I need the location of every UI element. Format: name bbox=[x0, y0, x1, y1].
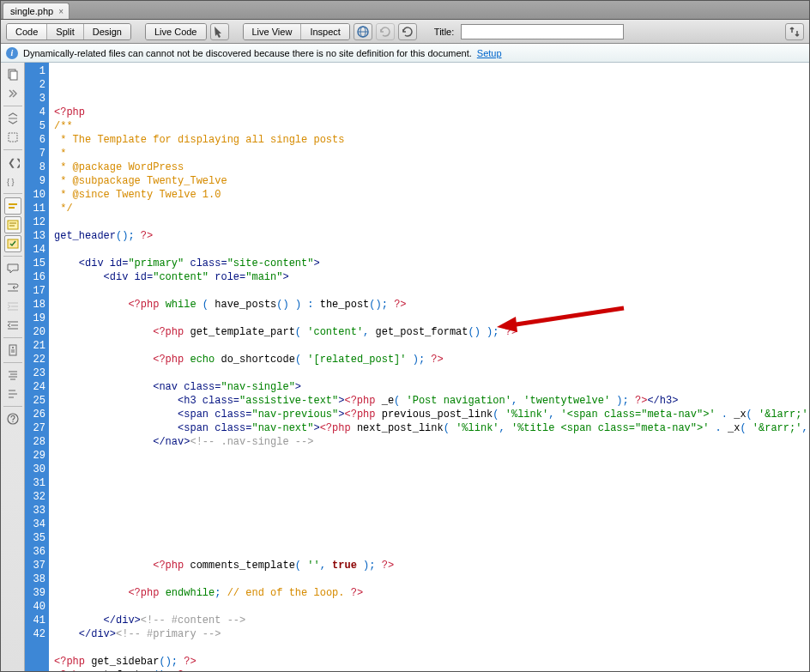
code-line[interactable]: <h3 class="assistive-text"><?php _e( 'Po… bbox=[54, 394, 809, 408]
code-line[interactable] bbox=[54, 284, 809, 298]
title-input[interactable] bbox=[461, 24, 624, 39]
code-line[interactable] bbox=[54, 463, 809, 476]
preferences-icon[interactable] bbox=[4, 385, 21, 403]
code-line[interactable]: </div><!-- #primary --> bbox=[54, 627, 809, 641]
svg-rect-10 bbox=[8, 221, 18, 229]
design-view-button[interactable]: Design bbox=[84, 24, 130, 39]
code-line[interactable] bbox=[54, 366, 809, 380]
live-view-button[interactable]: Live View bbox=[244, 24, 302, 39]
highlight-icon[interactable] bbox=[4, 197, 21, 215]
code-line[interactable]: * The Template for displaying all single… bbox=[54, 133, 809, 147]
code-line[interactable]: <div id="primary" class="site-content"> bbox=[54, 257, 809, 270]
globe-icon[interactable] bbox=[354, 23, 372, 40]
code-line[interactable]: <?php while ( have_posts() ) : the_post(… bbox=[54, 298, 809, 312]
inspect-icon-button[interactable] bbox=[210, 23, 229, 40]
line-number: 3 bbox=[25, 92, 45, 106]
code-line[interactable]: * @since Twenty Twelve 1.0 bbox=[54, 188, 809, 202]
help-icon[interactable] bbox=[4, 410, 21, 427]
code-line[interactable]: <?php get_sidebar(); ?> bbox=[54, 655, 809, 669]
code-line[interactable]: * @subpackage Twenty_Twelve bbox=[54, 174, 809, 188]
code-line[interactable]: <span class="nav-previous"><?php previou… bbox=[54, 408, 809, 421]
expand-all-icon[interactable] bbox=[4, 110, 21, 127]
balance-braces-icon[interactable]: ❮❯ bbox=[4, 154, 21, 171]
wrap-icon[interactable] bbox=[4, 279, 21, 296]
code-line[interactable]: <?php get_footer(); ?> bbox=[54, 669, 809, 671]
open-documents-icon[interactable] bbox=[4, 66, 21, 83]
code-line[interactable]: </nav><!-- .nav-single --> bbox=[54, 435, 809, 449]
code-line[interactable] bbox=[54, 531, 809, 545]
code-line[interactable] bbox=[54, 243, 809, 257]
line-number: 37 bbox=[25, 559, 45, 572]
code-view-button[interactable]: Code bbox=[7, 24, 47, 39]
refresh-button-2[interactable] bbox=[398, 23, 417, 40]
line-number: 36 bbox=[25, 545, 45, 559]
collapse-icon[interactable] bbox=[4, 85, 21, 102]
line-number: 31 bbox=[25, 476, 45, 490]
indent-icon[interactable] bbox=[4, 298, 21, 315]
code-line[interactable] bbox=[54, 476, 809, 490]
syntax-error-icon[interactable] bbox=[4, 216, 21, 233]
line-number: 32 bbox=[25, 490, 45, 504]
validate-icon[interactable] bbox=[4, 235, 21, 252]
inspect-button[interactable]: Inspect bbox=[301, 24, 348, 39]
line-number: 18 bbox=[25, 298, 45, 312]
format-icon[interactable] bbox=[4, 366, 21, 384]
code-line[interactable]: <?php get_template_part( 'content', get_… bbox=[54, 325, 809, 339]
code-line[interactable] bbox=[54, 339, 809, 353]
line-number: 11 bbox=[25, 202, 45, 215]
line-number: 21 bbox=[25, 339, 45, 353]
setup-link[interactable]: Setup bbox=[477, 48, 502, 58]
code-line[interactable] bbox=[54, 600, 809, 614]
line-number: 15 bbox=[25, 257, 45, 270]
split-view-button[interactable]: Split bbox=[47, 24, 83, 39]
line-numbers-icon[interactable]: { } bbox=[4, 173, 21, 190]
code-line[interactable] bbox=[54, 449, 809, 463]
line-number: 5 bbox=[25, 119, 45, 133]
code-pane[interactable]: <?php/** * The Template for displaying a… bbox=[49, 63, 809, 671]
line-number: 41 bbox=[25, 614, 45, 627]
line-number: 39 bbox=[25, 586, 45, 600]
code-line[interactable]: <?php comments_template( '', true ); ?> bbox=[54, 559, 809, 572]
line-number: 29 bbox=[25, 449, 45, 463]
line-number: 40 bbox=[25, 600, 45, 614]
code-line[interactable]: <?php bbox=[54, 106, 809, 119]
code-line[interactable] bbox=[54, 490, 809, 504]
code-line[interactable]: * bbox=[54, 147, 809, 160]
comment-icon[interactable] bbox=[4, 260, 21, 277]
line-number: 38 bbox=[25, 572, 45, 586]
code-line[interactable] bbox=[54, 641, 809, 655]
code-line[interactable]: <?php endwhile; // end of the loop. ?> bbox=[54, 586, 809, 600]
sync-icon[interactable] bbox=[785, 23, 804, 40]
code-line[interactable]: /** bbox=[54, 119, 809, 133]
line-number: 30 bbox=[25, 463, 45, 476]
code-line[interactable]: <div id="content" role="main"> bbox=[54, 270, 809, 284]
line-number: 12 bbox=[25, 215, 45, 229]
select-parent-icon[interactable] bbox=[4, 129, 21, 146]
code-line[interactable] bbox=[54, 504, 809, 518]
line-number-gutter: 1234567891011121314151617181920212223242… bbox=[25, 63, 49, 671]
code-line[interactable] bbox=[54, 518, 809, 531]
code-line[interactable]: * @package WordPress bbox=[54, 160, 809, 174]
refresh-button-1[interactable] bbox=[376, 23, 395, 40]
code-line[interactable]: <nav class="nav-single"> bbox=[54, 380, 809, 394]
svg-point-15 bbox=[12, 347, 14, 348]
file-tab-bar: single.php × bbox=[1, 1, 809, 20]
code-line[interactable] bbox=[54, 215, 809, 229]
code-line[interactable]: */ bbox=[54, 202, 809, 215]
code-line[interactable]: get_header(); ?> bbox=[54, 229, 809, 243]
line-number: 19 bbox=[25, 312, 45, 325]
code-line[interactable] bbox=[54, 312, 809, 325]
svg-rect-8 bbox=[9, 203, 17, 205]
code-line[interactable] bbox=[54, 572, 809, 586]
code-line[interactable]: <?php echo do_shortcode( '[related_post]… bbox=[54, 353, 809, 366]
line-number: 27 bbox=[25, 421, 45, 435]
code-line[interactable] bbox=[54, 545, 809, 559]
file-tab[interactable]: single.php × bbox=[3, 3, 70, 19]
outdent-icon[interactable] bbox=[4, 317, 21, 334]
live-code-button[interactable]: Live Code bbox=[146, 24, 206, 39]
code-line[interactable]: </div><!-- #content --> bbox=[54, 614, 809, 627]
snippets-icon[interactable] bbox=[4, 342, 21, 359]
line-number: 4 bbox=[25, 106, 45, 119]
code-line[interactable]: <span class="nav-next"><?php next_post_l… bbox=[54, 421, 809, 435]
close-icon[interactable]: × bbox=[58, 7, 63, 16]
